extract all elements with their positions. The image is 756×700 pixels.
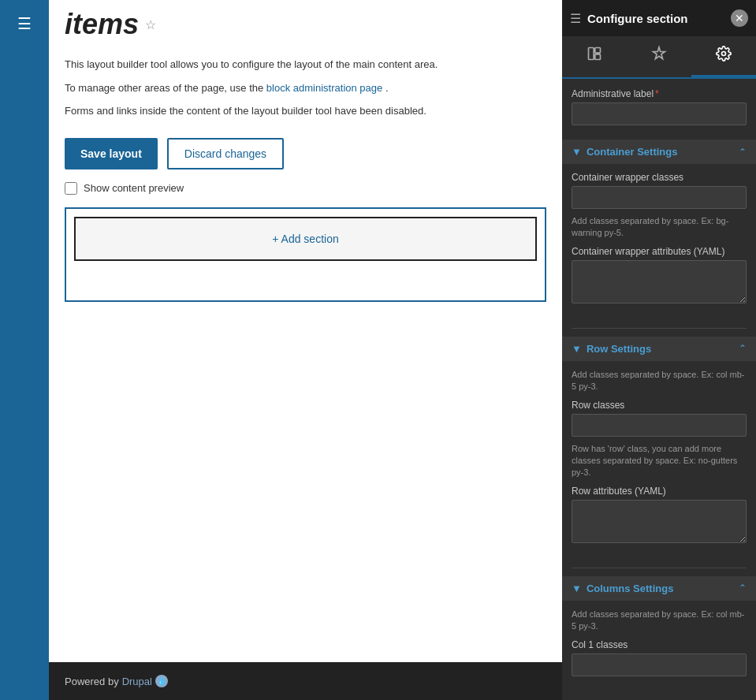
right-panel: ☰ Configure section ✕ xyxy=(562,0,756,700)
star-icon[interactable]: ☆ xyxy=(145,17,156,32)
row-attributes-textarea[interactable] xyxy=(572,500,747,543)
row-hint: Add classes separated by space. Ex: col … xyxy=(572,369,747,393)
main-content: items ☆ This layout builder tool allows … xyxy=(49,0,562,700)
info-line-2-prefix: To manage other areas of the page, use t… xyxy=(65,82,266,94)
col1-classes-input[interactable] xyxy=(572,653,747,676)
panel-lines-icon: ☰ xyxy=(570,11,581,26)
svg-rect-1 xyxy=(595,48,601,54)
info-line-2-suffix: . xyxy=(385,82,389,94)
container-settings-title: ▼ Container Settings xyxy=(572,146,677,158)
container-settings-arrow-icon: ▼ xyxy=(572,146,582,158)
show-content-preview-row: Show content preview xyxy=(65,182,546,195)
admin-label-input[interactable] xyxy=(572,102,747,125)
page-title: items ☆ xyxy=(65,8,546,41)
row-settings-title: ▼ Row Settings xyxy=(572,343,651,355)
info-line-3: Forms and links inside the content of th… xyxy=(65,103,546,119)
page-title-text: items xyxy=(65,8,139,41)
show-content-preview-checkbox[interactable] xyxy=(65,182,77,195)
tab-style[interactable] xyxy=(627,36,691,77)
svg-rect-0 xyxy=(589,48,594,60)
columns-settings-title: ▼ Columns Settings xyxy=(572,583,673,594)
container-settings-content: Container wrapper classes Add classes se… xyxy=(562,164,756,320)
panel-header-left: ☰ Configure section xyxy=(570,11,688,26)
powered-by-text: Powered by xyxy=(65,676,119,687)
page-footer: Powered by Drupal 💧 xyxy=(49,662,562,700)
columns-settings-content: Add classes separated by space. Ex: col … xyxy=(562,601,756,691)
required-star: * xyxy=(655,88,659,99)
left-sidebar: ☰ xyxy=(0,0,49,700)
col1-classes-label: Col 1 classes xyxy=(572,639,747,650)
row-settings-collapse-icon: ⌃ xyxy=(739,343,747,354)
drupal-icon: 💧 xyxy=(155,675,168,687)
add-section-label: + Add section xyxy=(272,233,338,245)
discard-changes-button[interactable]: Discard changes xyxy=(167,138,284,169)
panel-body: Administrative label * ▼ Container Setti… xyxy=(562,79,756,700)
page-header: items ☆ xyxy=(49,0,562,41)
admin-label-field-label: Administrative label * xyxy=(572,88,747,99)
admin-label-section: Administrative label * xyxy=(562,79,756,132)
divider-2 xyxy=(572,568,747,568)
svg-point-3 xyxy=(722,52,726,56)
row-settings-content: Add classes separated by space. Ex: col … xyxy=(562,361,756,560)
columns-settings-arrow-icon: ▼ xyxy=(572,583,582,594)
wrapper-classes-hint: Add classes separated by space. Ex: bg-w… xyxy=(572,215,747,240)
show-content-preview-label[interactable]: Show content preview xyxy=(84,182,184,194)
row-attributes-label: Row attributes (YAML) xyxy=(572,486,747,497)
panel-title: Configure section xyxy=(587,12,688,25)
wrapper-classes-label: Container wrapper classes xyxy=(572,172,747,183)
columns-settings-header[interactable]: ▼ Columns Settings ⌃ xyxy=(562,576,756,601)
add-section-button[interactable]: + Add section xyxy=(74,217,537,261)
info-line-2: To manage other areas of the page, use t… xyxy=(65,80,546,96)
save-layout-button[interactable]: Save layout xyxy=(65,138,158,169)
columns-settings-collapse-icon: ⌃ xyxy=(739,583,747,594)
wrapper-attributes-textarea[interactable] xyxy=(572,260,747,303)
hamburger-icon[interactable]: ☰ xyxy=(11,8,38,39)
info-line-1: This layout builder tool allows you to c… xyxy=(65,57,546,73)
block-admin-link[interactable]: block administration page xyxy=(266,82,382,94)
row-classes-input[interactable] xyxy=(572,414,747,437)
row-classes-hint: Row has 'row' class, you can add more cl… xyxy=(572,443,747,479)
divider-1 xyxy=(572,328,747,329)
wrapper-attributes-label: Container wrapper attributes (YAML) xyxy=(572,246,747,257)
panel-header: ☰ Configure section ✕ xyxy=(562,0,756,36)
tab-settings[interactable] xyxy=(691,36,756,77)
columns-hint: Add classes separated by space. Ex: col … xyxy=(572,609,747,633)
row-settings-arrow-icon: ▼ xyxy=(572,343,582,355)
row-classes-label: Row classes xyxy=(572,400,747,411)
container-settings-collapse-icon: ⌃ xyxy=(739,147,747,158)
row-settings-header[interactable]: ▼ Row Settings ⌃ xyxy=(562,337,756,361)
container-settings-header[interactable]: ▼ Container Settings ⌃ xyxy=(562,140,756,164)
panel-tabs xyxy=(562,36,756,79)
page-body: This layout builder tool allows you to c… xyxy=(49,41,562,662)
tab-layout[interactable] xyxy=(562,36,627,77)
button-row: Save layout Discard changes xyxy=(65,138,546,169)
svg-rect-2 xyxy=(595,54,601,60)
drupal-link[interactable]: Drupal xyxy=(122,676,152,687)
close-panel-button[interactable]: ✕ xyxy=(731,9,748,27)
layout-builder-area: + Add section xyxy=(65,207,546,302)
wrapper-classes-input[interactable] xyxy=(572,186,747,209)
